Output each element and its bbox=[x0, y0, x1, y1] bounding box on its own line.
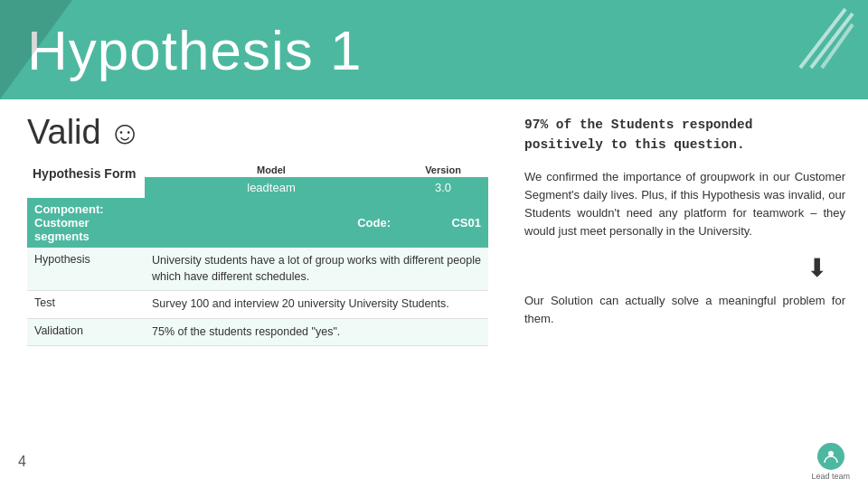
hypothesis-table: Hypothesis Form Model Version leadteam 3… bbox=[27, 163, 488, 346]
table-row: Hypothesis University students have a lo… bbox=[27, 248, 488, 291]
table-row: Test Survey 100 and interview 20 univers… bbox=[27, 291, 488, 319]
row-label-hypothesis: Hypothesis bbox=[27, 248, 145, 291]
row-label-test: Test bbox=[27, 291, 145, 319]
model-header: Model bbox=[145, 163, 398, 177]
leadteam-icon bbox=[817, 443, 844, 470]
body-text: We confirmed the importance of groupwork… bbox=[524, 168, 845, 241]
main-content: Valid ☺ Hypothesis Form Model Version le… bbox=[0, 99, 868, 488]
valid-label: Valid bbox=[27, 113, 101, 152]
stat-text: 97% of the Students respondedpositively … bbox=[524, 116, 845, 155]
page-number: 4 bbox=[18, 454, 26, 470]
solution-text: Our Solution can actually solve a meanin… bbox=[524, 292, 845, 328]
row-content-hypothesis: University students have a lot of group … bbox=[145, 248, 488, 291]
valid-title: Valid ☺ bbox=[27, 113, 488, 152]
version-value: 3.0 bbox=[398, 177, 488, 198]
right-panel: 97% of the Students respondedpositively … bbox=[506, 99, 868, 488]
leadteam-logo: Lead team bbox=[811, 443, 850, 481]
row-label-validation: Validation bbox=[27, 318, 145, 346]
table-row: Validation 75% of the students responded… bbox=[27, 318, 488, 346]
left-panel: Valid ☺ Hypothesis Form Model Version le… bbox=[0, 99, 506, 488]
code-label: Code: bbox=[145, 198, 398, 248]
header-title: Hypothesis 1 bbox=[27, 18, 362, 82]
svg-line-0 bbox=[800, 9, 845, 68]
svg-point-3 bbox=[828, 451, 834, 456]
form-label: Hypothesis Form bbox=[27, 163, 145, 198]
component-row: Component: Customer segments Code: CS01 bbox=[27, 198, 488, 248]
version-header: Version bbox=[398, 163, 488, 177]
row-content-test: Survey 100 and interview 20 university U… bbox=[145, 291, 488, 319]
leadteam-text: Lead team bbox=[811, 472, 850, 481]
model-value: leadteam bbox=[145, 177, 398, 198]
triangle-decoration bbox=[0, 0, 72, 99]
component-label: Component: Customer segments bbox=[27, 198, 145, 248]
row-content-validation: 75% of the students responded "yes". bbox=[145, 318, 488, 346]
table-header-row: Hypothesis Form Model Version bbox=[27, 163, 488, 177]
deco-lines-icon bbox=[782, 5, 854, 77]
footer: 4 Lead team bbox=[18, 443, 850, 481]
down-arrow-icon: ⬇ bbox=[524, 253, 845, 283]
header: Hypothesis 1 bbox=[0, 0, 868, 99]
svg-line-1 bbox=[811, 14, 853, 68]
code-value: CS01 bbox=[398, 198, 488, 248]
smiley-icon: ☺ bbox=[108, 114, 142, 152]
